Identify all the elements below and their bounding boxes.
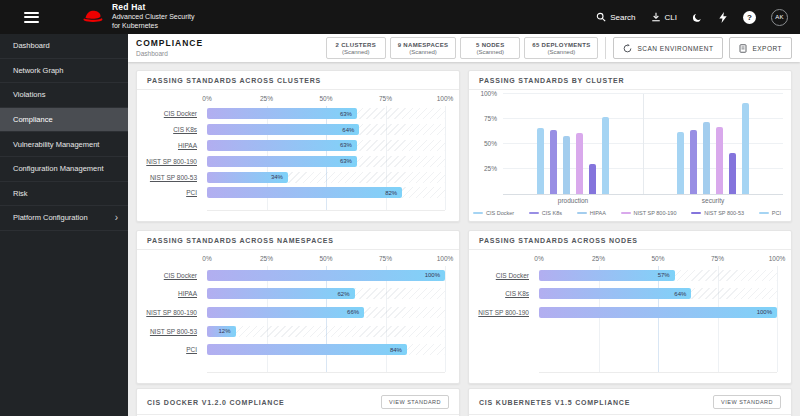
menu-toggle-icon[interactable]: [24, 12, 39, 23]
entity-tile-clusters[interactable]: 2 CLUSTERS(Scanned): [326, 37, 386, 59]
bar-cis-docker[interactable]: [677, 132, 684, 194]
view-standard-button-cis-docker[interactable]: VIEW STANDARD: [381, 395, 449, 409]
quick-actions-button[interactable]: [718, 12, 728, 23]
sidebar-item-label: Compliance: [13, 115, 53, 124]
standard-link[interactable]: PCI: [143, 346, 207, 353]
legend-label: NIST SP 800-53: [704, 210, 744, 216]
bar-row-nist-sp-800-53: NIST SP 800-5334%: [143, 169, 445, 185]
standard-link[interactable]: NIST SP 800-190: [143, 309, 207, 316]
legend-label: NIST SP 800-190: [634, 210, 677, 216]
bar-rows: CIS Docker57%CIS K8s64%NIST SP 800-19010…: [475, 266, 777, 377]
entity-tile-deployments[interactable]: 65 DEPLOYMENTS(Scanned): [524, 37, 598, 59]
bar-nist-sp-800-190[interactable]: [576, 133, 583, 194]
x-axis-tick-label: 50%: [319, 255, 332, 262]
header-divider: [605, 37, 606, 59]
sidebar-item-platform-configuration[interactable]: Platform Configuration›: [0, 206, 128, 231]
bar[interactable]: 34%: [207, 172, 288, 183]
tile-count-label: 9 NAMESPACES: [398, 42, 449, 48]
bar-pci[interactable]: [742, 103, 749, 194]
standard-link[interactable]: PCI: [143, 189, 207, 196]
standard-link[interactable]: CIS K8s: [143, 126, 207, 133]
standard-link[interactable]: NIST SP 800-190: [143, 158, 207, 165]
search-button[interactable]: Search: [596, 12, 635, 22]
sidebar-item-risk[interactable]: Risk: [0, 182, 128, 207]
bar[interactable]: 63%: [207, 108, 357, 119]
group-label-security[interactable]: security: [643, 195, 783, 207]
bar-pci[interactable]: [602, 117, 609, 194]
sidebar-item-dashboard[interactable]: Dashboard: [0, 34, 128, 59]
bar-track: 64%: [207, 124, 445, 135]
entity-tile-nodes[interactable]: 5 NODES(Scanned): [460, 37, 520, 59]
bar[interactable]: 63%: [207, 140, 357, 151]
help-button[interactable]: ?: [743, 11, 756, 24]
bar[interactable]: 66%: [207, 307, 364, 318]
legend-swatch: [473, 212, 483, 214]
bar-cis-docker[interactable]: [537, 128, 544, 194]
entity-tile-namespaces[interactable]: 9 NAMESPACES(Scanned): [390, 37, 457, 59]
bar[interactable]: 64%: [207, 124, 359, 135]
bar-hipaa[interactable]: [563, 136, 570, 194]
standard-link[interactable]: NIST SP 800-53: [143, 174, 207, 181]
sidebar-item-compliance[interactable]: Compliance: [0, 108, 128, 133]
sidebar-item-vulnerability-management[interactable]: Vulnerability Management: [0, 132, 128, 157]
scan-environment-label: SCAN ENVIRONMENT: [637, 45, 713, 52]
legend-swatch: [577, 212, 587, 214]
cli-button[interactable]: CLI: [651, 12, 677, 22]
bar-row-cis-docker: CIS Docker100%: [143, 266, 445, 285]
sidebar-item-configuration-management[interactable]: Configuration Management: [0, 157, 128, 182]
bar-rows: CIS Docker100%HIPAA62%NIST SP 800-19066%…: [143, 266, 445, 377]
bar-cis-k8s[interactable]: [550, 130, 557, 194]
bar[interactable]: 57%: [539, 270, 675, 281]
bar[interactable]: 100%: [207, 270, 445, 281]
bar-cis-k8s[interactable]: [690, 130, 697, 194]
legend: CIS DockerCIS K8sHIPAANIST SP 800-190NIS…: [471, 207, 783, 219]
sidebar-item-label: Violations: [13, 90, 45, 99]
bar[interactable]: 82%: [207, 187, 402, 198]
scan-environment-button[interactable]: SCAN ENVIRONMENT: [613, 37, 723, 59]
legend-swatch: [529, 212, 539, 214]
page-titles: COMPLIANCE Dashboard: [136, 39, 203, 57]
panel-passing-standards-across-namespaces: PASSING STANDARDS ACROSS NAMESPACES 0%25…: [136, 230, 460, 384]
bar-value-label: 12%: [219, 328, 231, 334]
theme-toggle-button[interactable]: [692, 12, 703, 23]
panel-cis-kubernetes-compliance: CIS KUBERNETES V1.5 COMPLIANCE VIEW STAN…: [468, 388, 792, 416]
standard-link[interactable]: NIST SP 800-190: [475, 309, 539, 316]
user-avatar[interactable]: AK: [771, 9, 788, 26]
standard-link[interactable]: NIST SP 800-53: [143, 328, 207, 335]
group-label-production[interactable]: production: [503, 195, 643, 207]
sidebar-item-network-graph[interactable]: Network Graph: [0, 59, 128, 84]
x-axis-tick-label: 50%: [319, 95, 332, 102]
bar[interactable]: 84%: [207, 344, 407, 355]
standard-link[interactable]: CIS Docker: [143, 110, 207, 117]
sidebar-item-label: Platform Configuration: [13, 213, 88, 222]
standard-link[interactable]: CIS Docker: [143, 272, 207, 279]
y-axis-tick-label: 75%: [471, 115, 497, 122]
y-axis-tick-label: 25%: [471, 165, 497, 172]
standard-link[interactable]: HIPAA: [143, 142, 207, 149]
export-button[interactable]: EXPORT: [729, 37, 792, 59]
sidebar-item-violations[interactable]: Violations: [0, 83, 128, 108]
x-axis-tick-label: 75%: [379, 95, 392, 102]
bar-row-hipaa: HIPAA62%: [143, 285, 445, 304]
bar-nist-sp-800-190[interactable]: [716, 127, 723, 194]
bar[interactable]: 63%: [207, 156, 357, 167]
standard-link[interactable]: CIS Docker: [475, 272, 539, 279]
bar[interactable]: 64%: [539, 288, 691, 299]
bar[interactable]: 62%: [207, 288, 355, 299]
bar-nist-sp-800-53[interactable]: [589, 164, 596, 194]
bar-rows: CIS Docker63%CIS K8s64%HIPAA63%NIST SP 8…: [143, 106, 445, 215]
standard-link[interactable]: HIPAA: [143, 290, 207, 297]
bar[interactable]: 12%: [207, 326, 236, 337]
masthead: Red Hat Advanced Cluster Security for Ku…: [0, 0, 800, 34]
view-standard-button-cis-kubernetes[interactable]: VIEW STANDARD: [713, 395, 781, 409]
x-axis-tick-label: 25%: [260, 95, 273, 102]
bar-value-label: 63%: [340, 158, 352, 164]
bar[interactable]: 100%: [539, 307, 777, 318]
standard-link[interactable]: CIS K8s: [475, 290, 539, 297]
bar-nist-sp-800-53[interactable]: [729, 153, 736, 194]
panel-cis-docker-compliance: CIS DOCKER V1.2.0 COMPLIANCE VIEW STANDA…: [136, 388, 460, 416]
bar-row-nist-sp-800-53: NIST SP 800-5312%: [143, 322, 445, 341]
refresh-icon: [623, 44, 632, 53]
bar-hipaa[interactable]: [703, 122, 710, 194]
x-axis: 0%25%50%75%100%: [143, 93, 445, 106]
